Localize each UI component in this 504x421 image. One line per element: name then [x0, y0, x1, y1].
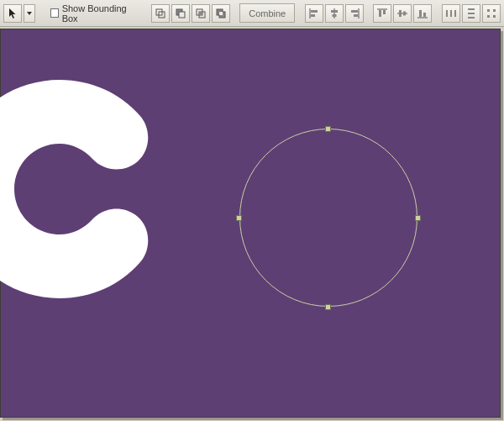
canvas-area[interactable] — [0, 29, 504, 421]
svg-rect-23 — [399, 10, 402, 17]
union-icon — [155, 8, 166, 19]
svg-rect-15 — [332, 14, 336, 17]
svg-rect-32 — [468, 13, 475, 14]
subtract-icon — [175, 8, 186, 19]
svg-rect-27 — [423, 13, 426, 17]
align-hcenter-icon — [328, 8, 340, 19]
options-toolbar: Show Bounding Box Combine — [0, 0, 504, 27]
checkbox-icon — [50, 8, 59, 18]
distribute-icon — [486, 8, 497, 19]
align-hcenter-button[interactable] — [325, 4, 344, 23]
svg-rect-37 — [493, 15, 496, 18]
pathfinder-group — [151, 4, 230, 23]
svg-rect-18 — [354, 14, 358, 17]
svg-rect-35 — [493, 9, 496, 12]
exclude-icon — [215, 8, 227, 19]
distribute-group — [442, 4, 501, 23]
align-left-icon — [308, 8, 320, 19]
align-left-button[interactable] — [305, 4, 323, 23]
svg-rect-30 — [454, 10, 456, 17]
svg-rect-12 — [311, 14, 315, 17]
selection-handle-bottom[interactable] — [325, 304, 331, 310]
pointer-icon — [7, 8, 18, 19]
align-vcenter-icon — [396, 8, 408, 19]
show-bounding-box-label: Show Bounding Box — [62, 3, 136, 24]
artboard[interactable] — [0, 29, 501, 418]
svg-rect-34 — [487, 9, 490, 12]
pathfinder-subtract-button[interactable] — [171, 4, 190, 23]
selection-tool-button[interactable] — [3, 4, 22, 23]
svg-rect-6 — [199, 12, 202, 15]
selection-tool-dropdown[interactable] — [24, 4, 35, 23]
selection-tool-group — [3, 4, 35, 23]
svg-rect-24 — [403, 11, 406, 15]
align-top-button[interactable] — [373, 4, 391, 23]
pathfinder-intersect-button[interactable] — [192, 4, 210, 23]
svg-rect-9 — [219, 12, 223, 15]
align-right-icon — [349, 8, 360, 19]
align-vcenter-button[interactable] — [393, 4, 412, 23]
selection-handle-right[interactable] — [415, 215, 421, 221]
distribute-horizontal-icon — [445, 8, 457, 19]
distribute-horizontal-button[interactable] — [442, 4, 460, 23]
distribute-spacing-button[interactable] — [482, 4, 501, 23]
svg-rect-31 — [468, 8, 475, 10]
show-bounding-box-option[interactable]: Show Bounding Box — [45, 3, 141, 24]
svg-rect-21 — [383, 10, 386, 14]
align-vertical-group — [373, 4, 432, 23]
svg-rect-20 — [379, 10, 381, 17]
intersect-icon — [195, 8, 207, 19]
svg-rect-33 — [468, 17, 475, 18]
combine-button[interactable]: Combine — [239, 3, 295, 23]
pathfinder-union-button[interactable] — [151, 4, 170, 23]
svg-rect-28 — [446, 10, 448, 17]
chevron-down-icon — [26, 10, 33, 17]
svg-rect-3 — [179, 12, 185, 18]
svg-rect-29 — [450, 10, 452, 17]
align-right-button[interactable] — [345, 4, 364, 23]
align-top-icon — [376, 8, 388, 19]
svg-rect-36 — [487, 15, 490, 18]
pathfinder-exclude-button[interactable] — [212, 4, 230, 23]
align-bottom-icon — [417, 8, 428, 19]
align-bottom-button[interactable] — [413, 4, 432, 23]
selection-ellipse[interactable] — [239, 129, 417, 307]
combine-button-label: Combine — [249, 8, 286, 18]
svg-rect-17 — [351, 10, 358, 13]
svg-rect-11 — [311, 10, 318, 13]
selection-handle-top[interactable] — [325, 126, 331, 132]
distribute-vertical-icon — [465, 8, 477, 19]
align-horizontal-group — [305, 4, 364, 23]
svg-rect-26 — [419, 10, 422, 17]
selection-handle-left[interactable] — [236, 215, 242, 221]
c-letter-shape[interactable] — [0, 71, 177, 307]
distribute-vertical-button[interactable] — [462, 4, 480, 23]
svg-rect-14 — [331, 10, 338, 13]
